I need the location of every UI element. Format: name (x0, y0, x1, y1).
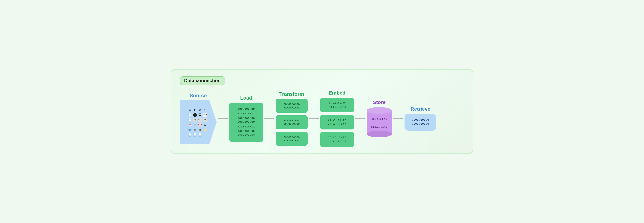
icon-doc4: 📄 (188, 133, 192, 137)
main-diagram: Data connection Source ⊞ ▶ ◈ △ 📄 ⬤ 🖼 CSV (171, 69, 473, 154)
load-row-3: XXXXXXXXXX (238, 117, 255, 119)
icon-folder: 📁 (203, 128, 207, 132)
database-cylinder: 0.5, 0.2....0.1, 0.9 : 2.1, 0.1....-1.7,… (366, 107, 392, 137)
svg-marker-3 (273, 118, 274, 119)
arrow-store-retrieve (392, 117, 404, 120)
embed-box-3-line-2: 2.1, 0.1....-1.7, 0.9 (328, 140, 346, 143)
transform-box-1-row-2: XXXXXXXXXX (284, 106, 300, 109)
load-row-1: XXXXXXXXXX (238, 108, 255, 110)
retrieve-row-2: XXXXXXXXXX (412, 123, 429, 126)
db-text-line-1: 0.5, 0.2....0.1, 0.9 (372, 118, 387, 121)
icon-github: ⬤ (193, 113, 197, 117)
load-label: Load (240, 95, 252, 101)
embed-box-1: 0.5, 0.2....0.1, 0.9 -0.1, 0.4....1.4, 5… (320, 98, 354, 112)
arrow-embed-store (354, 117, 366, 120)
arrow-transform-embed (308, 117, 320, 120)
transform-box-2-row-1: XXXXXXXXXX (284, 119, 300, 122)
db-bottom-ellipse (366, 131, 392, 137)
icon-video: ▶ (193, 108, 197, 112)
embed-stage: Embed 0.5, 0.2....0.1, 0.9 -0.1, 0.4....… (320, 90, 354, 147)
transform-label: Transform (280, 91, 304, 97)
transform-stage: Transform XXXXXXXXXX XXXXXXXXXX XXXXXXXX… (276, 91, 308, 146)
load-row-2: XXXXXXXXXX (238, 112, 255, 115)
icon-doc3: doc (198, 118, 202, 122)
db-text-line-2: : (379, 122, 379, 124)
embed-box-2-line-1: 0.2, 0.7....2.1, -1.2 (328, 119, 346, 122)
embed-boxes: 0.5, 0.2....0.1, 0.9 -0.1, 0.4....1.4, 5… (320, 98, 354, 147)
load-stage: Load XXXXXXXXXX XXXXXXXXXX XXXXXXXXXX XX… (230, 95, 263, 142)
transform-box-3: XXXXXXXXXX XXXXXXXXXX (276, 132, 308, 146)
load-box: XXXXXXXXXX XXXXXXXXXX XXXXXXXXXX XXXXXXX… (230, 103, 263, 142)
icon-image: 🖼 (198, 113, 202, 117)
svg-marker-5 (317, 118, 319, 119)
icon-wiki: W (203, 123, 207, 127)
icon-doc2: 📄 (188, 118, 192, 122)
icon-twitter: 🐦 (188, 128, 192, 132)
retrieve-box: XXXXXXXXXX XXXXXXXXXX (404, 114, 436, 131)
icon-html: HTML (198, 123, 202, 127)
embed-box-3: 5.5, -0.3....0.8, 2.3 2.1, 0.1....-1.7, … (320, 132, 354, 147)
db-body: 0.5, 0.2....0.1, 0.9 : 2.1, 0.1....-1.7,… (366, 110, 392, 134)
load-row-4: XXXXXXXXXX (238, 121, 255, 124)
transform-box-1: XXXXXXXXXX XXXXXXXXXX (276, 99, 308, 113)
icon-doc5: 📄 (193, 133, 197, 137)
transform-box-3-row-2: XXXXXXXXXX (284, 139, 300, 142)
source-icons: ⊞ ▶ ◈ △ 📄 ⬤ 🖼 CSV 📄 zip doc txt 📅 (188, 108, 207, 137)
embed-box-2-line-2: 4.1, 3.4....-1.5, 2.5 (328, 123, 346, 126)
embed-box-2: 0.2, 0.7....2.1, -1.2 4.1, 3.4....-1.5, … (320, 115, 354, 129)
transform-box-3-row-1: XXXXXXXXXX (284, 135, 300, 138)
icon-doc6: 📄 (198, 133, 202, 137)
svg-marker-9 (402, 118, 403, 119)
source-stage: Source ⊞ ▶ ◈ △ 📄 ⬤ 🖼 CSV 📄 zip doc (180, 93, 217, 144)
flow-container: Source ⊞ ▶ ◈ △ 📄 ⬤ 🖼 CSV 📄 zip doc (180, 90, 464, 147)
store-label: Store (373, 99, 386, 105)
load-row-6: XXXXXXXXXX (238, 130, 255, 132)
svg-marker-1 (226, 118, 228, 119)
icon-doc1: 📄 (188, 113, 192, 117)
icon-csv: CSV (203, 113, 207, 117)
embed-box-1-line-2: -0.1, 0.4....1.4, 5.9 (328, 106, 346, 109)
embed-box-3-line-1: 5.5, -0.3....0.8, 2.3 (328, 136, 346, 139)
icon-zip: zip (193, 118, 197, 122)
embed-label: Embed (329, 90, 346, 96)
arrow-source-load (217, 117, 230, 120)
icon-spacer (203, 133, 207, 137)
store-stage: Store 0.5, 0.2....0.1, 0.9 : 2.1, 0.1...… (366, 99, 392, 137)
title-text: Data connection (184, 78, 221, 83)
retrieve-stage: Retrieve XXXXXXXXXX XXXXXXXXXX (404, 106, 436, 131)
retrieve-label: Retrieve (410, 106, 430, 112)
icon-notion: ◇ (198, 128, 202, 132)
icon-txt: txt (203, 118, 207, 122)
transform-boxes: XXXXXXXXXX XXXXXXXXXX XXXXXXXXXX XXXXXXX… (276, 99, 308, 146)
db-text-line-3: 2.1, 0.1....-1.7, 0.9 (371, 126, 387, 128)
source-label: Source (190, 93, 207, 98)
transform-box-2-row-2: XXXXXXXXXX (284, 123, 300, 125)
svg-marker-7 (364, 118, 365, 119)
title-badge: Data connection (180, 76, 225, 85)
transform-box-1-row-1: XXXXXXXXXX (284, 103, 300, 105)
icon-grid: ⊞ (188, 108, 192, 112)
load-row-7: XXXXXXXXXX (238, 134, 255, 137)
transform-box-2: XXXXXXXXXX XXXXXXXXXX (276, 115, 308, 129)
embed-box-1-line-1: 0.5, 0.2....0.1, 0.9 (328, 101, 346, 104)
icon-cal: 📅 (188, 123, 192, 127)
icon-discord: ◈ (198, 108, 202, 112)
source-shape: ⊞ ▶ ◈ △ 📄 ⬤ 🖼 CSV 📄 zip doc txt 📅 (180, 100, 217, 144)
load-row-5: XXXXXXXXXX (238, 125, 255, 128)
icon-email: ✉ (193, 128, 197, 132)
retrieve-row-1: XXXXXXXXXX (412, 119, 429, 122)
arrow-load-transform (263, 117, 276, 120)
icon-md: M↓ (193, 123, 197, 127)
icon-gdrive: △ (203, 108, 207, 112)
db-top-ellipse (366, 107, 392, 114)
